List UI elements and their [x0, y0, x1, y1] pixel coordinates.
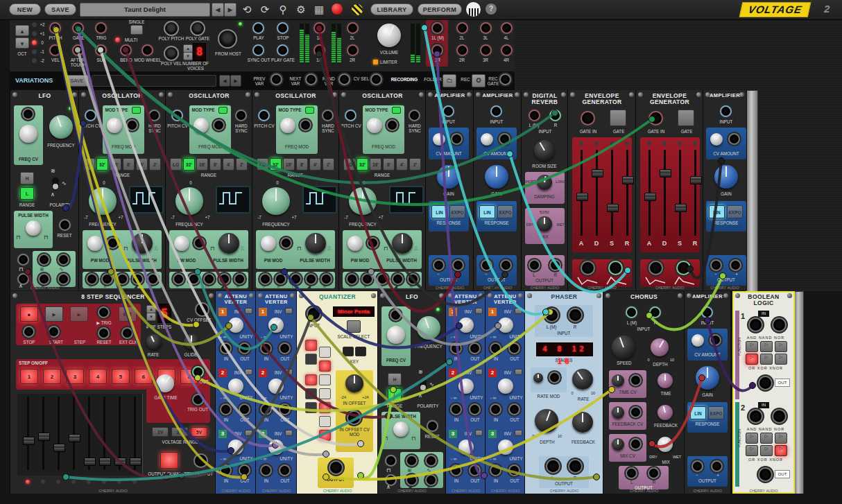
out-1l-jack[interactable]	[431, 22, 443, 34]
cv-amount-knob[interactable]	[481, 133, 493, 146]
key-d[interactable]	[319, 360, 331, 372]
freq-cv-jack[interactable]	[390, 309, 402, 321]
att2-inv-button[interactable]	[515, 369, 522, 375]
gate-in-jack[interactable]	[581, 111, 595, 125]
att1-knob[interactable]	[498, 318, 513, 333]
att1-out-jack[interactable]	[469, 342, 481, 354]
chorus-in-l-jack[interactable]	[626, 306, 637, 318]
key-down-button[interactable]	[355, 347, 366, 356]
range-8-button[interactable]: 8'	[383, 158, 395, 171]
env-out-jack[interactable]	[608, 261, 623, 275]
freq-cv-knob[interactable]	[387, 326, 405, 344]
att3-knob[interactable]	[228, 440, 243, 455]
settings-gear-icon[interactable]: ⚙	[293, 1, 309, 17]
key-gs[interactable]	[305, 388, 317, 399]
in-1l-jack[interactable]	[313, 22, 325, 34]
out-2r-jack[interactable]	[456, 44, 468, 56]
feedback-cv-knob[interactable]	[612, 406, 624, 419]
key-g[interactable]	[319, 402, 331, 413]
osc-pulse-width-knob[interactable]	[218, 233, 239, 254]
step-button-4[interactable]: 4	[89, 369, 107, 384]
redo-icon[interactable]: ⟳	[257, 1, 273, 17]
att3-inv-button[interactable]	[285, 430, 293, 436]
limiter-led[interactable]	[373, 60, 378, 64]
lfo-reset-jack[interactable]	[427, 420, 438, 432]
out-3r-jack[interactable]	[480, 44, 492, 56]
range-l-button[interactable]: L	[20, 187, 34, 200]
response-expo-button[interactable]: EXPO	[497, 205, 513, 218]
reverb-in-r-jack[interactable]	[549, 110, 561, 121]
pw-mod-knob[interactable]	[87, 236, 103, 251]
chorus-speed-knob[interactable]	[612, 336, 635, 359]
response-lin-button[interactable]: LIN	[431, 205, 447, 218]
att2-inv-button[interactable]	[475, 369, 483, 375]
bool2-nand-button[interactable]: ▷	[760, 433, 773, 444]
range-8-button[interactable]: 8'	[296, 158, 308, 171]
lfo-sine-out-jack[interactable]	[425, 455, 437, 467]
att1-inv-button[interactable]	[475, 308, 483, 314]
cv-amount-jack[interactable]	[728, 133, 740, 145]
range-32-button[interactable]: 32'	[183, 158, 195, 171]
osc-frequency-knob[interactable]	[349, 187, 377, 215]
rec-icon[interactable]: ✪	[472, 74, 486, 87]
new-button[interactable]: NEW	[9, 3, 41, 15]
seq-cv-output-jack[interactable]	[194, 453, 208, 468]
chorus-mix-knob[interactable]	[658, 437, 673, 452]
att3-in-jack[interactable]	[450, 464, 462, 476]
attack-slider[interactable]	[581, 150, 583, 236]
att1-out-jack[interactable]	[508, 342, 520, 354]
volume-knob[interactable]	[377, 24, 401, 47]
rate-mod-jack[interactable]	[549, 372, 560, 383]
decay-slider[interactable]	[596, 150, 598, 236]
aftertouch-jack[interactable]	[72, 44, 84, 56]
att1-inv-button[interactable]	[285, 308, 293, 314]
lfo-frequency-knob[interactable]	[417, 316, 440, 340]
bool2-or-button[interactable]: ▷	[746, 445, 758, 456]
att2-inv-button[interactable]	[245, 369, 252, 375]
out-3l-jack[interactable]	[480, 22, 492, 34]
range-4-button[interactable]: 4'	[136, 158, 148, 171]
response-lin-button[interactable]: LIN	[709, 205, 725, 218]
att1-knob[interactable]	[228, 318, 243, 333]
phaser-out-l-jack[interactable]	[546, 459, 560, 473]
pw-mod-knob[interactable]	[174, 236, 189, 251]
key-a[interactable]	[319, 416, 331, 427]
gate-out-jack[interactable]	[192, 366, 204, 378]
out-2l-jack[interactable]	[456, 22, 468, 34]
response-expo-button[interactable]: EXPO	[449, 205, 465, 218]
att1-in-jack[interactable]	[220, 342, 232, 354]
att1-inv-button[interactable]	[245, 308, 252, 314]
rec-gate-jack[interactable]	[499, 73, 511, 85]
cable-color-icon[interactable]	[351, 3, 363, 16]
sus-jack[interactable]	[95, 44, 107, 56]
seq-slider-4[interactable]	[73, 397, 75, 470]
amp-out-pos-jack[interactable]	[730, 259, 741, 271]
range-8-button[interactable]: 8'	[123, 158, 135, 171]
chorus-out-l-jack[interactable]	[626, 467, 637, 479]
scale-select-button[interactable]	[347, 320, 361, 333]
seq-slider-5[interactable]	[88, 397, 90, 470]
att3-in-jack[interactable]	[260, 464, 272, 476]
hard-sync-jack[interactable]	[409, 110, 420, 121]
pitch-jack[interactable]	[49, 22, 61, 34]
room-size-knob[interactable]	[534, 140, 555, 161]
out-4l-jack[interactable]	[501, 22, 513, 34]
seq-ext-button[interactable]: EXT	[119, 306, 137, 322]
phaser-rate-knob[interactable]	[572, 369, 593, 390]
lfo-frequency-knob[interactable]	[49, 115, 73, 139]
phaser-out-r-jack[interactable]	[568, 459, 583, 473]
att3-knob[interactable]	[268, 440, 284, 455]
gain-knob[interactable]	[696, 366, 719, 390]
att1-knob[interactable]	[268, 318, 284, 333]
freq-mod-knob[interactable]	[194, 118, 209, 133]
att3-inv-button[interactable]	[245, 430, 252, 436]
pw-mod-knob[interactable]	[261, 236, 276, 251]
variation-next-button[interactable]: ▶	[230, 75, 241, 87]
range-4-button[interactable]: 4'	[223, 158, 234, 171]
gain-knob[interactable]	[714, 165, 738, 189]
play-jack[interactable]	[252, 22, 264, 34]
amp-input-jack[interactable]	[490, 105, 502, 117]
osc-pulse-width-knob[interactable]	[392, 233, 413, 254]
osc-pulse-width-knob[interactable]	[305, 233, 326, 254]
att1-in-jack[interactable]	[450, 342, 462, 354]
